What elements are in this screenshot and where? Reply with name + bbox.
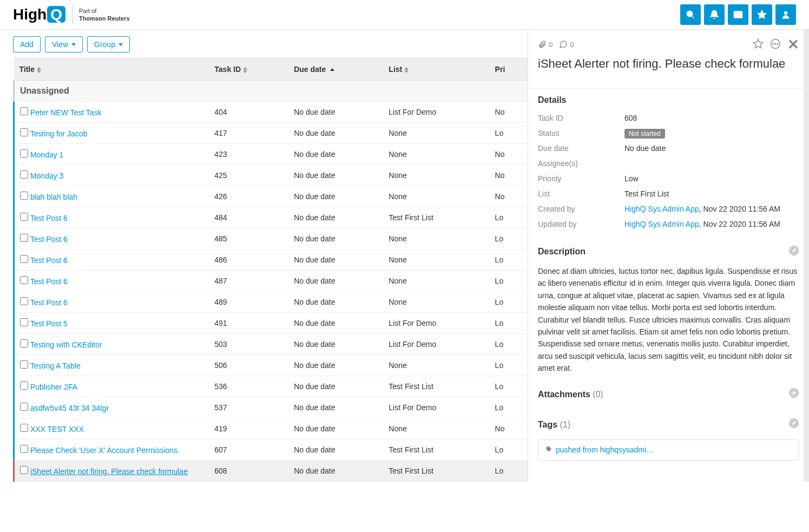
cell-task-id: 485	[209, 228, 288, 249]
profile-button[interactable]	[775, 4, 796, 25]
cell-due-date: No due date	[288, 271, 383, 292]
row-checkbox[interactable]	[20, 234, 28, 242]
table-row[interactable]: Publisher 2FA536No due dateTest First Li…	[14, 376, 528, 397]
column-priority[interactable]: Pri	[490, 58, 528, 81]
created-by-user-link[interactable]: HighQ Sys Admin App	[624, 205, 699, 213]
field-created-by: Created byHighQ Sys Admin App, Nov 22 20…	[538, 201, 799, 216]
row-checkbox[interactable]	[20, 339, 28, 347]
group-dropdown[interactable]: Group	[87, 36, 130, 52]
table-row[interactable]: Test Post 6485No due dateNoneLo	[14, 228, 528, 249]
row-checkbox[interactable]	[20, 276, 28, 284]
task-detail-pane: 0 0 ✕ iSheet Alerter not firing. Please …	[528, 30, 809, 482]
search-button[interactable]	[680, 4, 701, 25]
table-row[interactable]: asdfw5v45 43t 34 34tgr537No due dateList…	[14, 397, 528, 418]
task-title-link[interactable]: Monday 1	[30, 150, 63, 159]
cell-list: List For Demo	[383, 313, 489, 334]
row-checkbox[interactable]	[20, 297, 28, 305]
svg-point-0	[687, 11, 693, 17]
tag-item[interactable]: pushed from highqsysadmi…	[538, 439, 799, 461]
favorites-button[interactable]	[752, 4, 772, 25]
chevron-down-icon	[71, 43, 76, 46]
attachments-counter[interactable]: 0	[538, 40, 553, 49]
row-checkbox[interactable]	[20, 318, 28, 326]
table-row[interactable]: Monday 1423No due dateNoneNo	[14, 144, 528, 165]
task-title-link[interactable]: Test Post 6	[30, 214, 68, 222]
column-list[interactable]: List	[383, 58, 489, 81]
table-row[interactable]: Test Post 6489No due dateNoneLo	[14, 292, 528, 313]
comments-counter[interactable]: 0	[559, 40, 574, 49]
row-checkbox[interactable]	[20, 424, 28, 432]
task-title-link[interactable]: blah blah blah	[30, 193, 77, 201]
table-row[interactable]: Monday 3425No due dateNoneNo	[14, 165, 528, 186]
cell-due-date: No due date	[288, 102, 383, 123]
task-title-link[interactable]: Testing A Table	[30, 362, 81, 370]
task-title-link[interactable]: Monday 3	[30, 172, 63, 180]
table-row[interactable]: Test Post 6484No due dateTest First List…	[14, 207, 528, 228]
table-row[interactable]: Peter NEW Test Task404No due dateList Fo…	[14, 102, 528, 123]
add-button[interactable]: Add	[13, 36, 41, 52]
task-title-link[interactable]: Test Post 6	[30, 298, 68, 307]
row-checkbox[interactable]	[20, 128, 28, 136]
scrollbar[interactable]	[804, 30, 809, 482]
edit-tags-button[interactable]	[788, 418, 799, 430]
messages-button[interactable]	[728, 4, 748, 25]
cell-list: None	[383, 355, 489, 376]
row-checkbox[interactable]	[20, 360, 28, 369]
cell-list: None	[383, 228, 489, 249]
table-row[interactable]: Test Post 6487No due dateNoneLo	[14, 271, 528, 292]
row-checkbox[interactable]	[20, 213, 28, 221]
cell-due-date: No due date	[288, 207, 383, 228]
close-button[interactable]: ✕	[787, 37, 799, 51]
row-checkbox[interactable]	[20, 255, 28, 263]
cell-priority: Lo	[490, 461, 528, 482]
task-title-link[interactable]: Peter NEW Test Task	[30, 108, 102, 117]
task-title-link[interactable]: Test Post 5	[30, 319, 68, 328]
task-title-link[interactable]: asdfw5v45 43t 34 34tgr	[30, 404, 109, 412]
cell-due-date: No due date	[288, 418, 383, 439]
row-checkbox[interactable]	[20, 466, 28, 474]
cell-task-id: 607	[209, 439, 288, 461]
updated-by-user-link[interactable]: HighQ Sys Admin App	[624, 220, 699, 228]
cell-task-id: 491	[209, 313, 288, 334]
column-title[interactable]: Title	[14, 58, 209, 81]
favorite-toggle[interactable]	[753, 38, 764, 51]
table-row[interactable]: Test Post 6486No due dateNoneLo	[14, 249, 528, 271]
more-actions[interactable]	[770, 38, 781, 51]
task-title-link[interactable]: Please Check 'User X' Account Permission…	[30, 446, 180, 455]
cell-priority: Lo	[490, 313, 528, 334]
table-row[interactable]: Testing with CKEditor503No due dateList …	[14, 334, 528, 355]
table-row[interactable]: iSheet Alerter not firing. Please check …	[14, 461, 528, 482]
view-dropdown[interactable]: View	[45, 36, 83, 52]
row-checkbox[interactable]	[20, 445, 28, 453]
task-title-link[interactable]: Test Post 6	[30, 256, 68, 265]
column-due-date[interactable]: Due date	[288, 58, 383, 81]
edit-description-button[interactable]	[788, 245, 799, 258]
task-title-link[interactable]: Testing with CKEditor	[30, 340, 102, 349]
add-attachment-button[interactable]	[788, 387, 799, 400]
table-row[interactable]: Please Check 'User X' Account Permission…	[14, 439, 528, 461]
table-row[interactable]: blah blah blah426No due dateNoneNo	[14, 186, 528, 207]
notifications-button[interactable]	[704, 4, 725, 25]
row-checkbox[interactable]	[20, 382, 28, 390]
task-title-link[interactable]: Test Post 6	[30, 235, 68, 244]
table-row[interactable]: XXX TEST XXX419No due dateNoneNo	[14, 418, 528, 439]
table-row[interactable]: Test Post 5491No due dateList For DemoLo	[14, 313, 528, 334]
row-checkbox[interactable]	[20, 170, 28, 179]
table-row[interactable]: Testing for Jacob417No due dateNoneLo	[14, 123, 528, 144]
comment-icon	[559, 40, 568, 49]
row-checkbox[interactable]	[20, 403, 28, 411]
cell-priority: Lo	[490, 123, 528, 144]
task-title-link[interactable]: iSheet Alerter not firing. Please check …	[30, 467, 188, 476]
task-title-link[interactable]: Test Post 6	[30, 277, 68, 286]
task-title-link[interactable]: Testing for Jacob	[30, 129, 88, 138]
row-checkbox[interactable]	[20, 192, 28, 200]
cell-due-date: No due date	[288, 228, 383, 249]
column-task-id[interactable]: Task ID	[209, 58, 288, 81]
table-row[interactable]: Testing A Table506No due dateNoneLo	[14, 355, 528, 376]
task-title-link[interactable]: XXX TEST XXX	[30, 425, 84, 434]
row-checkbox[interactable]	[20, 107, 28, 115]
cell-due-date: No due date	[288, 186, 383, 207]
task-title-link[interactable]: Publisher 2FA	[30, 383, 77, 391]
svg-marker-5	[754, 39, 763, 48]
row-checkbox[interactable]	[20, 149, 28, 157]
